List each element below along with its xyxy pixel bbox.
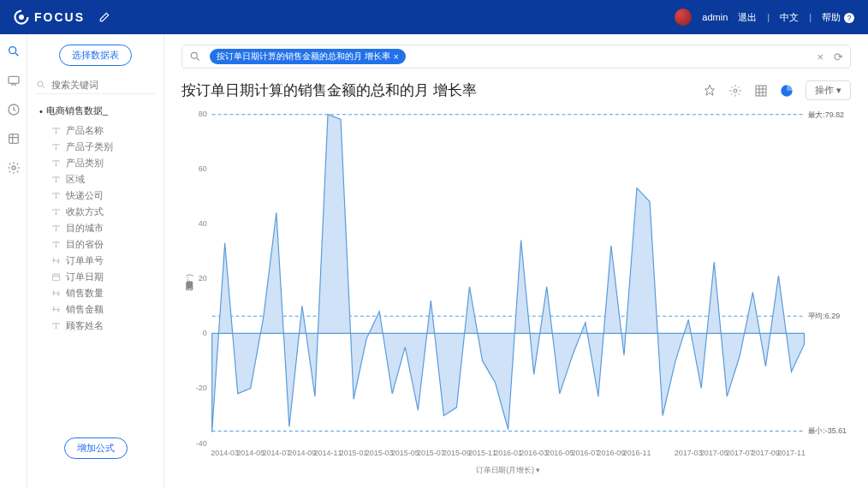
- field-tree: •电商销售数据_ 产品名称产品子类别产品类别区域快递公司收款方式目的城市目的省份…: [36, 104, 155, 334]
- field-label: 目的省份: [66, 238, 104, 251]
- logout-link[interactable]: 退出: [738, 11, 757, 24]
- svg-text:最小:-35.61: 最小:-35.61: [808, 426, 847, 435]
- field-item[interactable]: 销售金额: [51, 301, 155, 318]
- field-item[interactable]: 区域: [51, 171, 155, 187]
- svg-text:2014-11: 2014-11: [314, 449, 342, 457]
- field-label: 销售金额: [66, 303, 104, 316]
- svg-point-8: [191, 52, 197, 58]
- field-label: 目的城市: [66, 222, 104, 235]
- query-chip[interactable]: 按订单日期计算的销售金额的总和的月 增长率×: [210, 49, 406, 64]
- select-data-button[interactable]: 选择数据表: [59, 45, 132, 66]
- svg-text:2016-11: 2016-11: [623, 449, 651, 457]
- query-bar[interactable]: 按订单日期计算的销售金额的总和的月 增长率× × ⟳: [181, 45, 851, 68]
- svg-text:2017-09: 2017-09: [752, 449, 780, 457]
- svg-text:20: 20: [199, 274, 207, 283]
- svg-text:2014-07: 2014-07: [263, 449, 291, 457]
- svg-text:2017-07: 2017-07: [726, 449, 754, 457]
- svg-text:2014-03: 2014-03: [211, 449, 239, 457]
- brand-text: FOCUS: [34, 10, 85, 24]
- svg-text:2016-03: 2016-03: [520, 449, 548, 457]
- chart-area[interactable]: -40-20020406080最大:79.82平均:6.29最小:-35.612…: [181, 105, 851, 478]
- svg-text:2016-01: 2016-01: [494, 449, 522, 457]
- chip-remove-icon[interactable]: ×: [394, 52, 399, 62]
- svg-text:2015-05: 2015-05: [391, 449, 419, 457]
- svg-text:2015-03: 2015-03: [366, 449, 394, 457]
- field-item[interactable]: 产品子类别: [51, 139, 155, 155]
- app-header: FOCUS admin 退出 | 中文 | 帮助?: [0, 0, 868, 34]
- pin-icon[interactable]: [703, 84, 716, 98]
- field-search-input[interactable]: [36, 76, 155, 94]
- username[interactable]: admin: [702, 12, 728, 22]
- svg-rect-7: [52, 274, 59, 280]
- chat-icon[interactable]: [7, 74, 21, 87]
- svg-text:2015-11: 2015-11: [468, 449, 496, 457]
- svg-text:0: 0: [203, 329, 207, 337]
- header-edit-icon[interactable]: [98, 11, 110, 23]
- field-item[interactable]: 产品类别: [51, 155, 155, 171]
- field-search-wrap: [36, 76, 155, 94]
- field-item[interactable]: 快递公司: [51, 187, 155, 204]
- field-item[interactable]: 产品名称: [51, 122, 155, 139]
- field-item[interactable]: 目的省份: [51, 236, 155, 253]
- svg-point-1: [9, 47, 15, 54]
- svg-point-5: [12, 166, 15, 170]
- separator: |: [767, 12, 770, 22]
- field-item[interactable]: 订单日期: [51, 269, 155, 285]
- svg-text:2017-11: 2017-11: [777, 449, 806, 457]
- operate-button[interactable]: 操作 ▾: [806, 80, 851, 100]
- main-panel: 按订单日期计算的销售金额的总和的月 增长率× × ⟳ 按订单日期计算的销售金额的…: [164, 34, 868, 488]
- history-icon[interactable]: [7, 103, 21, 116]
- sidebar: 选择数据表 •电商销售数据_ 产品名称产品子类别产品类别区域快递公司收款方式目的…: [27, 34, 164, 488]
- lang-link[interactable]: 中文: [780, 11, 799, 24]
- clear-query-icon[interactable]: ×: [817, 51, 823, 63]
- search-icon[interactable]: [7, 45, 21, 58]
- field-label: 产品名称: [66, 124, 104, 137]
- field-label: 区域: [66, 173, 85, 186]
- svg-point-9: [734, 89, 737, 92]
- settings-icon[interactable]: [7, 161, 21, 175]
- refresh-icon[interactable]: ⟳: [834, 51, 843, 63]
- svg-point-0: [19, 15, 24, 20]
- svg-text:2017-05: 2017-05: [700, 449, 728, 457]
- field-label: 订单单号: [66, 254, 104, 267]
- svg-text:2016-07: 2016-07: [572, 449, 600, 457]
- tree-root[interactable]: •电商销售数据_: [39, 104, 155, 117]
- logo-icon: [14, 9, 29, 25]
- svg-rect-4: [9, 134, 18, 144]
- svg-text:平均:6.29: 平均:6.29: [808, 312, 841, 320]
- svg-text:80: 80: [199, 110, 207, 118]
- title-row: 按订单日期计算的销售金额的总和的月 增长率 操作 ▾: [181, 80, 851, 100]
- data-icon[interactable]: [7, 132, 21, 146]
- svg-point-6: [38, 81, 43, 86]
- field-item[interactable]: 收款方式: [51, 204, 155, 220]
- field-label: 订单日期: [66, 271, 104, 283]
- svg-text:最大:79.82: 最大:79.82: [808, 110, 845, 119]
- field-label: 顾客姓名: [66, 319, 104, 332]
- svg-text:60: 60: [199, 164, 207, 173]
- title-actions: 操作 ▾: [703, 80, 851, 100]
- help-link[interactable]: 帮助?: [822, 11, 854, 24]
- table-icon[interactable]: [754, 84, 768, 98]
- svg-text:2016-05: 2016-05: [545, 449, 574, 457]
- gear-icon[interactable]: [728, 84, 742, 98]
- field-label: 销售数量: [66, 287, 104, 300]
- field-label: 产品子类别: [66, 140, 113, 153]
- svg-text:2015-01: 2015-01: [340, 449, 368, 457]
- svg-text:2016-09: 2016-09: [597, 449, 626, 457]
- svg-text:销售金额(总和的环...: 销售金额(总和的环...: [186, 274, 195, 291]
- field-label: 产品类别: [66, 157, 104, 170]
- page-title: 按订单日期计算的销售金额的总和的月 增长率: [181, 80, 477, 100]
- field-item[interactable]: 目的城市: [51, 220, 155, 236]
- add-formula-button[interactable]: 增加公式: [64, 437, 128, 459]
- field-item[interactable]: 销售数量: [51, 285, 155, 301]
- svg-rect-2: [9, 76, 19, 83]
- search-icon: [189, 51, 201, 62]
- field-item[interactable]: 顾客姓名: [51, 318, 155, 334]
- brand-logo: FOCUS: [14, 9, 85, 25]
- avatar[interactable]: [675, 9, 692, 26]
- pie-chart-icon[interactable]: [780, 84, 794, 98]
- svg-text:2017-03: 2017-03: [675, 449, 703, 457]
- field-item[interactable]: 订单单号: [51, 253, 155, 269]
- svg-text:2014-09: 2014-09: [288, 449, 317, 457]
- nav-rail: [0, 34, 27, 488]
